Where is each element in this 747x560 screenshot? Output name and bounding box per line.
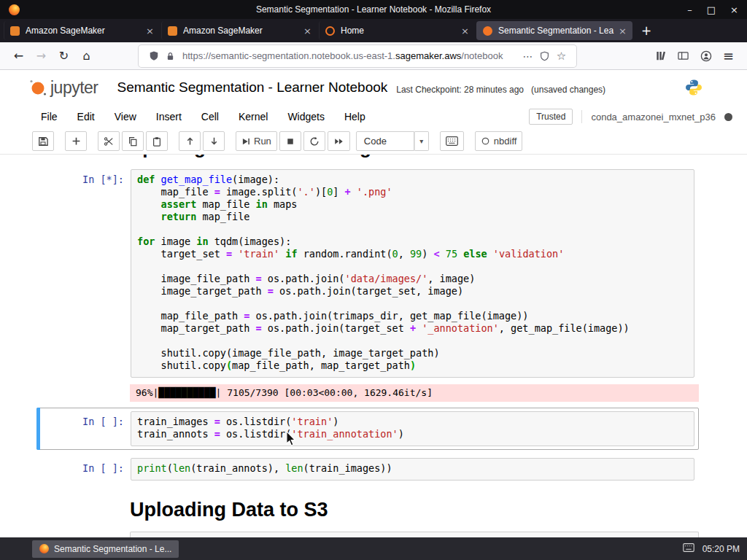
menu-view[interactable]: View	[115, 111, 136, 122]
menu-insert[interactable]: Insert	[156, 111, 182, 122]
close-button[interactable]: ×	[730, 4, 738, 15]
save-to-pocket-icon[interactable]	[536, 51, 553, 61]
code-token	[232, 248, 238, 260]
save-button[interactable]	[32, 131, 54, 151]
code-cell[interactable]: In [ ]: print(len(train_annots), len(tra…	[36, 454, 699, 484]
copy-icon	[128, 136, 138, 147]
restart-run-all-button[interactable]	[328, 131, 350, 151]
clock[interactable]: 05:20 PM	[703, 544, 740, 554]
code-token: map_file	[196, 211, 249, 222]
code-token: 'train_annotation'	[291, 428, 398, 440]
cut-cell-button[interactable]	[98, 131, 120, 151]
taskbar-window-button[interactable]: Semantic Segmentation - Le...	[32, 540, 179, 558]
new-tab-button[interactable]: +	[633, 23, 659, 38]
code-token: 'validation'	[493, 248, 565, 260]
code-token: '_annotation'	[422, 322, 499, 334]
browser-tab[interactable]: Amazon SageMaker×	[4, 21, 160, 40]
code-token: )	[422, 248, 433, 260]
sagemaker-favicon	[168, 26, 177, 36]
code-token: else	[463, 248, 487, 260]
code-token: map_file_path, map_target_path	[232, 359, 410, 371]
copy-cell-button[interactable]	[122, 131, 144, 151]
navigation-toolbar: ← → ↻ ⌂ https://semantic-segmentation.no…	[0, 42, 747, 70]
tab-close-icon[interactable]: ×	[146, 26, 154, 36]
kernel-busy-indicator-icon	[724, 113, 732, 121]
home-button[interactable]: ⌂	[75, 46, 98, 66]
library-icon[interactable]	[649, 46, 672, 66]
forward-button[interactable]: →	[30, 46, 53, 66]
move-cell-up-button[interactable]	[179, 131, 201, 151]
cell-type-select[interactable]: Code ▾	[356, 131, 429, 151]
code-token: (	[226, 359, 232, 371]
tab-close-icon[interactable]: ×	[303, 26, 311, 36]
account-icon[interactable]	[694, 46, 717, 66]
tab-close-icon[interactable]: ×	[619, 26, 627, 36]
menu-file[interactable]: File	[41, 111, 58, 122]
code-token: =	[214, 416, 220, 427]
code-token: maps	[268, 198, 298, 210]
code-cell-selected[interactable]: In [ ]: train_images = os.listdir('train…	[36, 408, 699, 450]
reload-button[interactable]: ↻	[53, 46, 75, 66]
menu-edit[interactable]: Edit	[77, 111, 95, 122]
page-actions-icon[interactable]: ⋯	[519, 50, 536, 62]
menu-help[interactable]: Help	[344, 111, 365, 122]
jupyter-logo[interactable]: jupyter	[28, 77, 98, 98]
tab-bar: Amazon SageMaker×Amazon SageMaker×Home×S…	[0, 19, 747, 42]
minimize-button[interactable]: –	[687, 4, 692, 15]
paste-cell-button[interactable]	[146, 131, 168, 151]
url-text[interactable]: https://semantic-segmentation.notebook.u…	[182, 50, 519, 61]
browser-tab[interactable]: Amazon SageMaker×	[161, 21, 317, 40]
run-button[interactable]: Run	[236, 131, 277, 151]
interrupt-kernel-button[interactable]	[279, 131, 301, 151]
sidebar-icon[interactable]	[672, 46, 694, 66]
paste-icon	[152, 136, 162, 147]
url-subdomain: semantic-segmentation.notebook.us-east-1…	[211, 50, 395, 61]
notebook-title[interactable]: Semantic Segmentation - Learner Notebook	[117, 79, 388, 96]
code-token: os.listdir(	[220, 416, 292, 427]
partial-code-cell[interactable]	[130, 532, 699, 537]
menu-button[interactable]: ≡	[717, 46, 740, 66]
trusted-badge[interactable]: Trusted	[529, 109, 573, 125]
browser-tab[interactable]: Semantic Segmentation - Lea×	[476, 21, 632, 40]
code-token: =	[256, 273, 262, 284]
code-editor[interactable]: train_images = os.listdir('train')train_…	[131, 411, 694, 446]
keyboard-layout-icon[interactable]	[683, 543, 694, 554]
nbdiff-button[interactable]: nbdiff	[475, 131, 523, 151]
code-line: map_target_path = os.path.join(target_se…	[137, 322, 688, 335]
command-palette-button[interactable]	[440, 131, 464, 151]
markdown-cell[interactable]: Uploading Data to S3	[130, 499, 699, 521]
restart-icon	[309, 136, 320, 147]
menu-widgets[interactable]: Widgets	[287, 111, 325, 122]
bookmark-star-icon[interactable]: ☆	[553, 50, 570, 63]
menu-cell[interactable]: Cell	[201, 111, 219, 122]
code-token: 'data/images/'	[345, 273, 428, 284]
code-token: train_annots	[137, 428, 214, 440]
menu-kernel[interactable]: Kernel	[239, 111, 268, 122]
taskbar-window-label: Semantic Segmentation - Le...	[54, 544, 171, 554]
code-token	[457, 248, 463, 260]
code-cell-running[interactable]: In [*]: def get_map_file(image): map_fil…	[36, 166, 699, 381]
insert-cell-button[interactable]	[65, 131, 87, 151]
back-button[interactable]: ←	[7, 46, 30, 66]
cell-type-value: Code	[356, 131, 414, 151]
tab-close-icon[interactable]: ×	[461, 26, 469, 36]
menubar-right: Trusted conda_amazonei_mxnet_p36	[529, 109, 735, 125]
code-token: 99	[410, 248, 422, 260]
url-bar[interactable]: https://semantic-segmentation.notebook.u…	[139, 45, 576, 67]
code-token: len	[173, 462, 190, 474]
tracking-protection-shield-icon[interactable]	[145, 50, 162, 61]
code-token: assert	[161, 198, 197, 210]
code-token: target_set	[137, 248, 226, 260]
code-editor[interactable]: print(len(train_annots), len(train_image…	[131, 458, 694, 481]
move-cell-down-button[interactable]	[203, 131, 225, 151]
lock-icon[interactable]	[162, 51, 179, 61]
code-token: '.png'	[357, 186, 392, 198]
code-token: os.path.join(target_set, image)	[274, 285, 463, 297]
code-token: <	[434, 248, 440, 260]
code-editor[interactable]: def get_map_file(image): map_file = imag…	[131, 169, 694, 378]
maximize-button[interactable]: □	[707, 4, 716, 15]
restart-kernel-button[interactable]	[303, 131, 325, 151]
code-token: return	[161, 211, 197, 222]
tab-title: Amazon SageMaker	[183, 26, 299, 36]
browser-tab[interactable]: Home×	[319, 21, 475, 40]
